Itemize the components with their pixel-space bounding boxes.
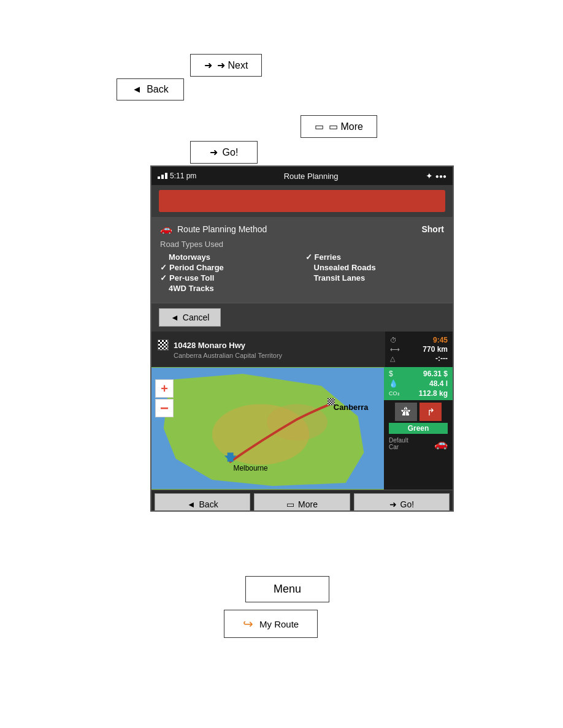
back-bottom-arrow: ◄ <box>187 499 196 509</box>
signal-bar-2 <box>161 175 164 179</box>
more-top-label: ▭ More <box>329 121 363 132</box>
menu-button[interactable]: Menu <box>245 576 329 602</box>
status-bar: 5:11 pm Route Planning ✦ ●●● <box>151 167 453 185</box>
turn-icon-box: ↱ <box>419 403 442 421</box>
go-bottom-button[interactable]: ➜ Go! <box>354 493 450 512</box>
svg-text:Melbourne: Melbourne <box>234 464 268 472</box>
period-label: Period Charge <box>169 263 224 272</box>
go-top-button[interactable]: ➜ Go! <box>190 141 258 164</box>
my-route-button[interactable]: ↪ My Route <box>224 610 318 638</box>
back-bottom-button[interactable]: ◄ Back <box>155 493 250 512</box>
triangle-icon: △ <box>390 355 395 363</box>
route-icons-row: 🛣 ↱ <box>389 403 448 421</box>
highway-icon-box: 🛣 <box>395 403 417 421</box>
status-bar-left: 5:11 pm <box>158 172 196 180</box>
svg-text:Canberra: Canberra <box>334 403 369 412</box>
ferries-check: ✓ <box>305 252 312 262</box>
go-arrow-icon: ➜ <box>210 146 218 158</box>
motorways-label: Motorways <box>169 252 210 262</box>
route-method-label: Route Planning Method <box>177 224 416 234</box>
more-icon: ▭ <box>315 121 324 132</box>
map-main[interactable]: Canberra Melbourne + − <box>151 367 384 490</box>
go-bottom-label: Go! <box>400 499 415 509</box>
go-bottom-arrow: ➜ <box>389 499 397 509</box>
navigation-screen: 5:11 pm Route Planning ✦ ●●● 🚗 Route Pla… <box>150 165 454 512</box>
per-use-label: Per-use Toll <box>169 273 214 282</box>
per-use-check: ✓ <box>160 273 167 282</box>
route-street: 10428 Monaro Hwy <box>174 341 245 350</box>
map-area: Canberra Melbourne + − $ 96.31 $ 💧 48.4 … <box>151 367 453 490</box>
separator-row: △ -:--- <box>390 354 448 363</box>
clock-icon: ⏱ <box>390 336 397 344</box>
co2-row: CO₂ 112.8 kg <box>389 389 448 398</box>
zoom-out-button[interactable]: − <box>155 399 174 417</box>
more-bottom-icon: ▭ <box>286 499 294 509</box>
status-right: ✦ ●●● <box>426 171 446 181</box>
more-bottom-label: More <box>298 499 318 509</box>
dot-icons: ●●● <box>435 173 446 180</box>
4wd-label: 4WD Tracks <box>169 284 214 293</box>
next-button[interactable]: ➜ ➜ Next <box>190 54 262 77</box>
menu-label: Menu <box>274 583 301 595</box>
distance-stat-row: ⟷ 770 km <box>390 345 448 354</box>
signal-bar-3 <box>165 173 167 179</box>
cancel-label: Cancel <box>183 313 210 322</box>
route-planning-panel: 🚗 Route Planning Method Short Road Types… <box>151 217 453 303</box>
dollar-icon: $ <box>389 370 393 378</box>
road-type-period-charge: ✓Period Charge <box>160 263 299 272</box>
svg-rect-5 <box>228 453 234 462</box>
route-method-value: Short <box>421 224 444 234</box>
default-label: Default <box>389 437 408 444</box>
car-label: Car <box>389 444 408 450</box>
route-address: 10428 Monaro Hwy Canberra Australian Cap… <box>151 332 385 367</box>
back-bottom-label: Back <box>199 499 218 509</box>
co2-icon: CO₂ <box>389 390 400 396</box>
distance-value: 770 km <box>423 345 448 354</box>
cost-row: $ 96.31 $ <box>389 370 448 378</box>
route-method-row: 🚗 Route Planning Method Short <box>160 223 444 235</box>
route-address-top: 10428 Monaro Hwy <box>158 339 379 351</box>
distance-icon: ⟷ <box>390 346 400 354</box>
screen-bottom-buttons: ◄ Back ▭ More ➜ Go! <box>151 490 453 512</box>
cancel-button[interactable]: ◄ Cancel <box>159 308 221 327</box>
car-icon: 🚗 <box>160 223 172 235</box>
cost-value: 96.31 $ <box>423 370 448 378</box>
my-route-curve-icon: ↪ <box>243 616 253 631</box>
next-label: ➜ Next <box>217 59 248 71</box>
more-top-button[interactable]: ▭ ▭ More <box>301 115 377 138</box>
my-route-label: My Route <box>259 619 299 629</box>
cancel-row: ◄ Cancel <box>151 303 453 332</box>
go-top-label: Go! <box>223 147 239 158</box>
side-stats-panel: $ 96.31 $ 💧 48.4 l CO₂ 112.8 kg 🛣 <box>384 367 453 490</box>
signal-bars <box>158 173 167 179</box>
time-value: 9:45 <box>433 336 448 344</box>
road-type-per-use: ✓Per-use Toll <box>160 273 299 282</box>
signal-bar-1 <box>158 176 160 179</box>
road-type-4wd: 4WD Tracks <box>160 284 299 293</box>
status-title: Route Planning <box>284 172 339 181</box>
fuel-row: 💧 48.4 l <box>389 379 448 388</box>
more-bottom-button[interactable]: ▭ More <box>254 493 350 512</box>
default-car-row: Default Car 🚗 <box>389 436 448 452</box>
period-check: ✓ <box>160 263 167 272</box>
green-label: Green <box>389 423 448 434</box>
fuel-value: 48.4 l <box>429 379 448 388</box>
route-stats: ⏱ 9:45 ⟷ 770 km △ -:--- <box>385 332 453 367</box>
default-car-labels: Default Car <box>389 437 408 450</box>
transit-label: Transit Lanes <box>314 273 366 282</box>
route-city: Canberra Australian Capital Territory <box>174 352 379 359</box>
ferries-label: Ferries <box>315 252 341 262</box>
cancel-arrow-icon: ◄ <box>170 313 179 322</box>
road-type-motorways: Motorways <box>160 252 299 262</box>
zoom-controls: + − <box>155 379 174 417</box>
separator-value: -:--- <box>435 354 448 363</box>
road-types-grid: Motorways ✓Ferries ✓Period Charge Unseal… <box>160 252 444 293</box>
road-type-ferries: ✓Ferries <box>305 252 445 262</box>
fuel-icon: 💧 <box>389 379 398 388</box>
back-top-button[interactable]: ◄ Back <box>117 78 184 100</box>
side-stats-bottom: 🛣 ↱ Green Default Car 🚗 <box>384 400 453 490</box>
cost-panel: $ 96.31 $ 💧 48.4 l CO₂ 112.8 kg <box>384 367 453 400</box>
zoom-in-button[interactable]: + <box>155 379 174 398</box>
route-info-bar: 10428 Monaro Hwy Canberra Australian Cap… <box>151 332 453 367</box>
car-icon-side: 🚗 <box>434 437 448 450</box>
